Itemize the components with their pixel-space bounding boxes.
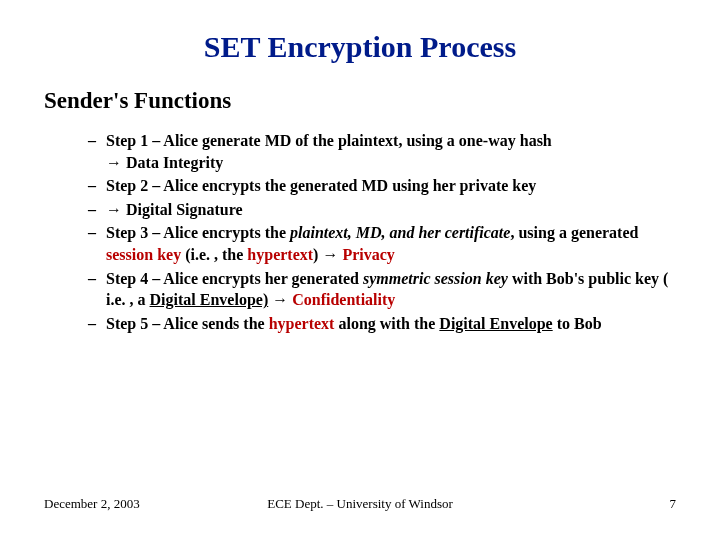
step-list: Step 1 – Alice generate MD of the plaint… <box>88 130 676 334</box>
step-3-f: hypertext <box>247 246 313 263</box>
slide-title: SET Encryption Process <box>44 30 676 64</box>
step-3-a: Step 3 – Alice encrypts the <box>106 224 290 241</box>
step-4-f: Confidentiality <box>288 291 395 308</box>
step-1: Step 1 – Alice generate MD of the plaint… <box>88 130 676 173</box>
arrow-icon: → <box>106 201 122 218</box>
step-2-text: Step 2 – Alice encrypts the generated MD… <box>106 177 536 194</box>
step-5: Step 5 – Alice sends the hypertext along… <box>88 313 676 335</box>
step-4-d: Digital Envelope) <box>150 291 269 308</box>
slide: SET Encryption Process Sender's Function… <box>0 0 720 540</box>
step-1-concept: Data Integrity <box>122 154 223 171</box>
step-5-d: Digital Envelope <box>439 315 552 332</box>
step-1-text: Step 1 – Alice generate MD of the plaint… <box>106 132 552 149</box>
footer: December 2, 2003 ECE Dept. – University … <box>44 496 676 512</box>
arrow-icon: → <box>322 246 338 263</box>
step-4-a: Step 4 – Alice encrypts her generated <box>106 270 363 287</box>
step-3-h: Privacy <box>338 246 394 263</box>
step-3: Step 3 – Alice encrypts the plaintext, M… <box>88 222 676 265</box>
step-4: Step 4 – Alice encrypts her generated sy… <box>88 268 676 311</box>
footer-date: December 2, 2003 <box>44 496 140 512</box>
step-4-b: symmetric session key <box>363 270 508 287</box>
step-3-d: session key <box>106 246 181 263</box>
arrow-icon: → <box>272 291 288 308</box>
step-2-concept-line: → Digital Signature <box>88 199 676 221</box>
arrow-icon: → <box>106 154 122 171</box>
step-3-b: plaintext, MD, and her certificate <box>290 224 510 241</box>
step-5-c: along with the <box>334 315 439 332</box>
slide-subhead: Sender's Functions <box>44 88 676 114</box>
step-5-b: hypertext <box>269 315 335 332</box>
step-5-a: Step 5 – Alice sends the <box>106 315 269 332</box>
step-3-e: (i.e. , the <box>181 246 247 263</box>
step-2-concept: Digital Signature <box>122 201 243 218</box>
footer-page: 7 <box>670 496 677 512</box>
step-2: Step 2 – Alice encrypts the generated MD… <box>88 175 676 197</box>
step-3-c: , using a generated <box>510 224 638 241</box>
step-5-e: to Bob <box>553 315 602 332</box>
